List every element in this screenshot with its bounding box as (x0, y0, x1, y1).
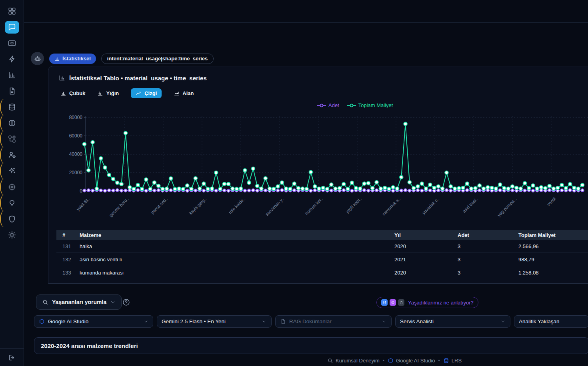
svg-text:camurluk a..: camurluk a.. (381, 196, 402, 217)
active-bracket-mark (0, 195, 4, 211)
tab-line-chart[interactable]: Çizgi (131, 88, 162, 98)
sidebar-item-document[interactable] (5, 85, 19, 97)
dropdown-gemini-model[interactable]: Gemini 2.5 Flash • En Yeni (157, 315, 272, 328)
sidebar-item-sparkles[interactable] (5, 165, 19, 177)
bar-chart-icon (54, 56, 60, 62)
docsmall-icon (280, 318, 286, 324)
sidebar-item-chat[interactable] (5, 21, 19, 34)
footer-label: LRS (452, 358, 462, 364)
chevron-down-icon (143, 319, 148, 324)
row-index: 132 (62, 257, 80, 263)
dropdown-value: Gemini 2.5 Flash • En Yeni (162, 318, 226, 324)
dropdown-servis-analisti[interactable]: Servis Analisti (395, 315, 510, 328)
chart-legend: AdetToplam Maliyet (317, 102, 393, 108)
tab-stack-chart[interactable]: Yığın (97, 88, 119, 98)
chevron-down-icon (500, 319, 506, 324)
tab-area-chart[interactable]: Alan (174, 88, 194, 98)
dashboard-icon (8, 7, 16, 16)
coin-icon (391, 300, 395, 304)
area-chart-icon (174, 90, 180, 96)
sidebar-item-folder[interactable] (5, 37, 19, 50)
sidebar-item-cpu[interactable] (5, 181, 19, 193)
svg-text:gecme boru..: gecme boru.. (108, 196, 130, 218)
insight-suggestion-chip[interactable]: Yaşadıklarımız ne anlatıyor? (376, 297, 478, 308)
svg-text:40000: 40000 (69, 151, 83, 157)
sidebar-item-dashboard[interactable] (5, 5, 19, 18)
cell: 988,79 (518, 257, 588, 263)
hexagon-icon (388, 358, 394, 364)
prompt-input[interactable] (34, 337, 588, 354)
cell: 1.258,08 (518, 270, 588, 276)
sidebar-item-nodes[interactable] (5, 133, 19, 145)
sidebar-item-shield[interactable] (5, 213, 19, 225)
row-index: 133 (62, 270, 80, 276)
svg-text:asiri basi..: asiri basi.. (462, 196, 479, 214)
cell: 2.566,96 (518, 243, 588, 249)
cpu-icon (8, 183, 16, 191)
active-bracket-mark (0, 163, 4, 179)
dropdown-value: Analitik Yaklaşan (519, 318, 560, 324)
svg-text:yag pompa ..: yag pompa .. (496, 196, 518, 217)
logout-icon (8, 354, 16, 362)
cell: 854,04 (518, 283, 588, 284)
top-bar (24, 0, 588, 23)
sidebar-item-usergear[interactable] (5, 149, 19, 161)
chevron-down-icon (110, 299, 116, 305)
search-icon (327, 358, 333, 364)
column-header: Adet (458, 232, 518, 238)
nodes-icon (8, 135, 16, 143)
legend-label: Toplam Maliyet (358, 102, 393, 108)
folder-icon (8, 39, 16, 48)
chip-istatistiksel[interactable]: İstatistiksel (49, 54, 96, 64)
robot-icon (34, 55, 41, 62)
column-header: # (62, 232, 80, 238)
footer-item: Kurumsal Deneyim (327, 358, 380, 364)
dropdown-content: Analitik Yaklaşan (519, 318, 560, 324)
svg-text:sanziman y..: sanziman y.. (264, 196, 285, 217)
table-row: 134baski yayi20213854,04 (56, 279, 588, 283)
tab-label: Alan (182, 90, 194, 96)
tab-label: Çubuk (69, 90, 85, 96)
row-index: 131 (62, 243, 80, 249)
svg-text:80000: 80000 (69, 115, 83, 120)
help-icon[interactable] (122, 298, 130, 306)
mode-label: Yaşananları yorumla (52, 299, 106, 305)
sidebar-item-brain[interactable] (5, 117, 19, 129)
dropdown-content: Gemini 2.5 Flash • En Yeni (162, 318, 226, 324)
logout-button[interactable] (0, 348, 24, 366)
mode-select-button[interactable]: Yaşananları yorumla (36, 294, 122, 310)
table-header: #MalzemeYılAdetToplam Maliyet (56, 230, 588, 240)
cell: 3 (458, 243, 518, 249)
usergear-icon (8, 151, 16, 159)
cell: asiri basinc venti li (80, 257, 394, 263)
legend-adet[interactable]: Adet (317, 102, 339, 108)
sidebar-item-chart[interactable] (5, 69, 19, 82)
sidebar-item-database[interactable] (5, 101, 19, 113)
sidebar-item-lightning[interactable] (5, 53, 19, 66)
cell: halka (80, 243, 394, 249)
legend-toplam-maliyet[interactable]: Toplam Maliyet (347, 102, 393, 108)
sidebar-item-bulb[interactable] (5, 197, 19, 209)
svg-text:yayli kabl..: yayli kabl.. (345, 196, 363, 214)
tab-bar-chart[interactable]: Çubuk (60, 88, 85, 98)
chip-intent-shape[interactable]: intent:material_usage|shape:time_series (101, 54, 214, 64)
svg-text:role kaide..: role kaide.. (228, 196, 246, 215)
dropdown-value: Google AI Studio (48, 318, 88, 324)
materials-table[interactable]: #MalzemeYılAdetToplam Maliyet 131halka20… (56, 230, 588, 283)
dropdown-rag-dokumanlar[interactable]: RAG Dokümanlar (275, 315, 392, 328)
table-row: 132asiri basinc venti li20213988,79 (56, 253, 588, 266)
dropdown-analitik-yaklasan[interactable]: Analitik Yaklaşan (514, 315, 588, 328)
cell: 2020 (394, 270, 458, 276)
active-bracket-mark (0, 211, 4, 227)
svg-text:parca seti..: parca seti.. (150, 196, 169, 215)
legend-marker-icon (347, 103, 356, 107)
chart-type-tabs: ÇubukYığınÇizgiAlan (60, 88, 194, 98)
document-icon (399, 300, 403, 304)
dropdown-google-ai-studio[interactable]: Google AI Studio (34, 315, 153, 328)
database-icon (8, 103, 16, 111)
gear-icon (8, 231, 16, 239)
hexagon-icon (39, 318, 45, 324)
panel-title-text: İstatistiksel Tablo • material_usage • t… (69, 75, 207, 82)
sidebar-item-gear[interactable] (5, 229, 19, 241)
cell: 2020 (394, 243, 458, 249)
